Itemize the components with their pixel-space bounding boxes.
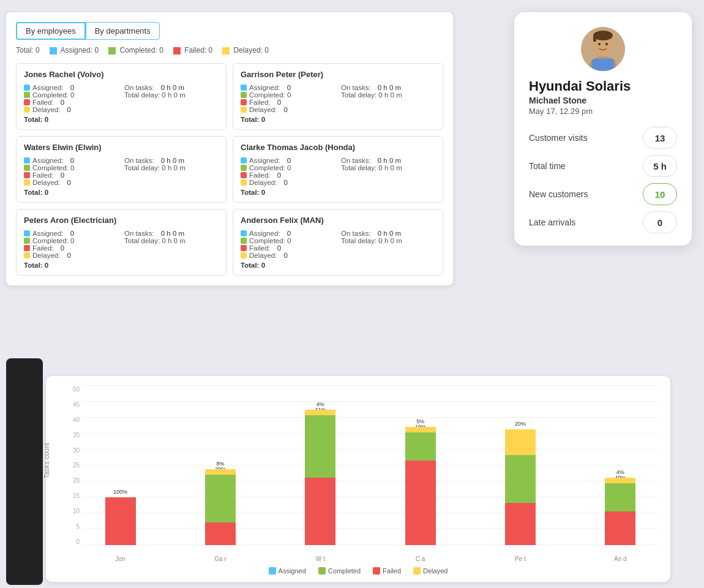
bar-seg-completed: 19% (405, 432, 436, 461)
profile-card: Hyundai Solaris Michael Stone May 17, 12… (514, 12, 692, 246)
completed-summary: Completed: 0 (108, 46, 163, 55)
bar-pct-label: 4% (316, 401, 324, 407)
bar-seg-failed: 100% (105, 497, 136, 545)
bar-seg-completed: 41% (305, 415, 335, 477)
y-label: 25 (61, 462, 80, 469)
tab-by-departments[interactable]: By departments (86, 22, 160, 40)
metric-value: 10 (643, 183, 677, 205)
employee-name: Clarke Thomas Jacob (Honda) (241, 143, 435, 152)
chart-panel: Tasks count 50454035302520151050 100%Jon… (46, 376, 670, 582)
tab-by-employees[interactable]: By employees (16, 22, 86, 40)
stacked-bar: 54%41%4%W t (305, 410, 335, 545)
legend-color (413, 567, 421, 575)
failed-summary: Failed: 0 (173, 46, 212, 55)
bar-x-label: W t (316, 556, 325, 562)
avatar-wrap (529, 27, 677, 71)
y-label: 5 (61, 523, 80, 530)
chart-area: Tasks count 50454035302520151050 100%Jon… (58, 386, 658, 564)
employee-card: Jones Rachel (Volvo) Assigned: 0 Complet… (16, 63, 227, 130)
metric-value: 0 (643, 211, 677, 233)
legend-item: Completed (318, 567, 361, 575)
y-label: 45 (61, 401, 80, 408)
svg-rect-4 (593, 36, 596, 42)
bar-seg-delayed: 4% (605, 478, 635, 483)
assigned-summary: Assigned: 0 (50, 46, 99, 55)
card-date: May 17, 12.29 pm (529, 107, 677, 116)
employee-name: Waters Elwin (Elwin) (24, 143, 219, 152)
employee-card: Clarke Thomas Jacob (Honda) Assigned: 0 … (233, 136, 443, 203)
bar-seg-delayed: 20% (505, 429, 536, 454)
metric-row: Late arrivals 0 (529, 211, 677, 233)
bar-seg-failed: 32% (205, 522, 236, 545)
y-label: 10 (61, 508, 80, 514)
bar-seg-completed: 29% (205, 475, 236, 522)
employee-card: Garrison Peter (Peter) Assigned: 0 Compl… (233, 63, 443, 130)
stacked-bar: 52%40%4%An d (605, 478, 635, 545)
metric-row: Total time 5 h (529, 155, 677, 177)
view-tabs: By employees By departments (16, 22, 443, 40)
stacked-bar: 37%34%20%Pe t (505, 429, 536, 545)
bar-group: 32%29%8%Ga r (205, 469, 236, 545)
card-vehicle-title: Hyundai Solaris (529, 78, 677, 94)
y-label: 30 (61, 447, 80, 454)
legend-color (373, 567, 380, 575)
bar-pct-label: 8% (216, 461, 224, 467)
bar-seg-delayed: 4% (305, 410, 335, 415)
legend-item: Assigned (269, 567, 306, 575)
bar-seg-completed: 34% (505, 455, 536, 503)
metric-label: New customers (529, 189, 588, 199)
employee-name: Anderson Felix (MAN) (241, 216, 435, 225)
bar-x-label: Jon (116, 556, 125, 562)
bar-pct-label: 100% (113, 489, 127, 495)
legend-color (269, 567, 276, 575)
bar-group: 71%19%5%C a (405, 427, 436, 545)
employee-name: Garrison Peter (Peter) (241, 70, 435, 79)
legend-label: Delayed (423, 567, 447, 575)
bar-seg-completed: 40% (605, 483, 635, 511)
bars-container: 100%Jon32%29%8%Ga r54%41%4%W t71%19%5%C … (83, 386, 658, 545)
stacked-bar: 32%29%8%Ga r (205, 469, 236, 545)
y-label: 50 (61, 386, 80, 393)
y-label: 0 (61, 538, 80, 545)
bar-x-label: An d (614, 556, 627, 562)
y-axis-label: Tasks count (43, 443, 50, 478)
y-labels: 50454035302520151050 (61, 386, 80, 545)
employee-grid: Jones Rachel (Volvo) Assigned: 0 Complet… (16, 63, 443, 276)
assigned-dot (50, 47, 57, 55)
svg-rect-7 (592, 59, 614, 71)
bar-x-label: Ga r (214, 556, 226, 562)
legend-item: Failed (373, 567, 401, 575)
completed-dot (108, 47, 116, 55)
legend-item: Delayed (413, 567, 447, 575)
employee-card: Waters Elwin (Elwin) Assigned: 0 Complet… (16, 136, 227, 203)
y-label: 40 (61, 417, 80, 423)
delayed-summary: Delayed: 0 (222, 46, 269, 55)
bar-seg-failed: 54% (305, 478, 335, 545)
bar-group: 52%40%4%An d (605, 478, 635, 545)
employees-panel: By employees By departments Total: 0 Ass… (6, 12, 453, 285)
shadow-decoration (6, 358, 43, 585)
legend-color (318, 567, 326, 575)
summary-bar: Total: 0 Assigned: 0 Completed: 0 Failed… (16, 46, 443, 55)
total-summary: Total: 0 (16, 46, 40, 55)
stacked-bar: 71%19%5%C a (405, 427, 436, 545)
metric-value: 13 (643, 127, 677, 149)
metric-value: 5 h (643, 155, 677, 177)
avatar (581, 27, 625, 71)
bar-pct-label: 20% (515, 421, 526, 427)
bar-group: 100%Jon (105, 497, 136, 545)
chart-legend: Assigned Completed Failed Delayed (58, 567, 658, 575)
svg-point-5 (598, 43, 601, 45)
bar-seg-delayed: 5% (405, 427, 436, 432)
legend-label: Completed (328, 567, 361, 575)
card-person-name: Michael Stone (529, 96, 677, 105)
y-label: 15 (61, 492, 80, 499)
legend-label: Assigned (279, 567, 306, 575)
bar-seg-delayed: 8% (205, 469, 236, 475)
svg-point-6 (605, 43, 608, 45)
metrics-list: Customer visits 13 Total time 5 h New cu… (529, 127, 677, 233)
employee-name: Jones Rachel (Volvo) (24, 70, 219, 79)
bar-x-label: C a (416, 556, 425, 562)
metric-row: Customer visits 13 (529, 127, 677, 149)
chart-inner: 50454035302520151050 100%Jon32%29%8%Ga r… (83, 386, 658, 564)
